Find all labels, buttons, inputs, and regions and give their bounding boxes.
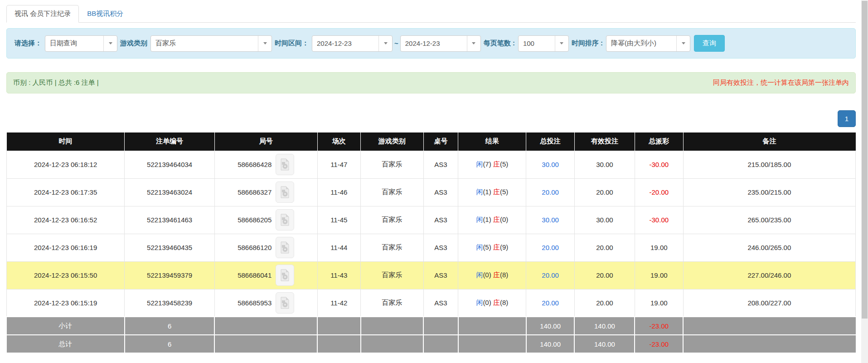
cell-remark: 208.00/227.00 — [683, 289, 855, 317]
scrollbar-thumb[interactable] — [862, 1, 868, 319]
footer-empty — [361, 317, 424, 335]
cell-bet-id: 522139460435 — [125, 234, 215, 261]
cell-result: 闲(0) 庄(8) — [458, 261, 526, 289]
vertical-scrollbar[interactable] — [861, 0, 868, 363]
tab-video-bet-records[interactable]: 视讯 会员下注纪录 — [6, 5, 79, 23]
game-category-select[interactable]: 百家乐 — [150, 35, 272, 52]
video-replay-button[interactable] — [276, 292, 294, 314]
cell-table-no: AS3 — [423, 178, 458, 206]
cell-game: 百家乐 — [361, 234, 424, 261]
cell-payout: 19.00 — [635, 289, 683, 317]
query-type-select[interactable]: 日期查询 — [45, 35, 117, 52]
game-category-value: 百家乐 — [151, 39, 180, 48]
caret-down-icon — [378, 36, 392, 51]
cell-valid-bet: 20.00 — [574, 234, 635, 261]
round-number: 586686120 — [238, 244, 272, 251]
currency-total-text: 币别 : 人民币 | 总共 :6 注单 | — [13, 78, 99, 87]
cell-game: 百家乐 — [361, 261, 424, 289]
cell-payout: 19.00 — [635, 261, 683, 289]
cell-remark: 246.00/265.00 — [683, 234, 855, 261]
column-header: 游戏类别 — [361, 132, 424, 151]
date-from-select[interactable]: 2024-12-23 — [312, 35, 393, 52]
sort-order-select[interactable]: 降幂(由大到小) — [606, 35, 690, 52]
video-replay-button[interactable] — [276, 182, 294, 203]
date-to-select[interactable]: 2024-12-23 — [400, 35, 481, 52]
cell-bet-id: 522139459379 — [125, 261, 215, 289]
date-from-value: 2024-12-23 — [312, 39, 356, 47]
footer-payout: -23.00 — [635, 317, 683, 335]
search-button[interactable]: 查询 — [694, 35, 725, 52]
cell-valid-bet: 20.00 — [574, 178, 635, 206]
tab-bb-video-points[interactable]: BB视讯积分 — [79, 5, 131, 23]
total-bet-value[interactable]: 20.00 — [542, 271, 559, 279]
film-file-icon — [280, 158, 290, 171]
total-bet-value[interactable]: 20.00 — [542, 244, 559, 251]
total-bet-value[interactable]: 20.00 — [542, 188, 559, 196]
cell-bet-id: 522139463024 — [125, 178, 215, 206]
subtotal-row: 小计6140.00140.00-23.00 — [7, 317, 856, 335]
cell-time: 2024-12-23 06:16:19 — [7, 234, 125, 261]
filter-bar: 请选择： 日期查询 游戏类别 百家乐 时间区间： 2024-12-23 ~ 20… — [6, 28, 856, 59]
result-banker: 庄 — [493, 160, 500, 168]
cell-payout: -30.00 — [635, 206, 683, 234]
total-bet-value[interactable]: 30.00 — [542, 161, 559, 168]
cell-time: 2024-12-23 06:15:19 — [7, 289, 125, 317]
main-content: 视讯 会员下注纪录 BB视讯积分 请选择： 日期查询 游戏类别 百家乐 时间区间… — [0, 0, 868, 353]
table-row: 2024-12-23 06:16:19522139460435586686120… — [7, 234, 856, 261]
page-size-select[interactable]: 100 — [518, 35, 569, 52]
query-type-value: 日期查询 — [45, 39, 82, 48]
video-replay-button[interactable] — [276, 154, 294, 175]
page-1-button[interactable]: 1 — [838, 110, 856, 127]
column-header: 桌号 — [423, 132, 458, 151]
result-banker: 庄 — [493, 243, 500, 251]
cell-game: 百家乐 — [361, 206, 424, 234]
cell-bet-id: 522139458239 — [125, 289, 215, 317]
sort-order-label: 时间排序 : — [572, 39, 603, 48]
cell-payout: -30.00 — [635, 151, 683, 178]
table-row: 2024-12-23 06:16:52522139461463586686205… — [7, 206, 856, 234]
total-bet-value[interactable]: 30.00 — [542, 216, 559, 224]
cell-time: 2024-12-23 06:15:50 — [7, 261, 125, 289]
result-player: 闲 — [476, 271, 483, 279]
result-banker: 庄 — [493, 271, 500, 279]
caret-down-icon — [103, 36, 117, 51]
query-type-label: 请选择： — [15, 39, 42, 48]
footer-label: 小计 — [7, 317, 125, 335]
caret-down-icon — [676, 36, 690, 51]
result-player: 闲 — [476, 216, 483, 223]
cell-valid-bet: 30.00 — [574, 151, 635, 178]
sort-order-value: 降幂(由大到小) — [606, 39, 661, 48]
cell-round: 586686120 — [214, 234, 317, 261]
cell-session: 11-42 — [317, 289, 361, 317]
cell-session: 11-47 — [317, 151, 361, 178]
cell-session: 11-46 — [317, 178, 361, 206]
footer-empty — [361, 335, 424, 353]
cell-time: 2024-12-23 06:17:35 — [7, 178, 125, 206]
film-file-icon — [280, 297, 290, 309]
column-header: 总投注 — [526, 132, 575, 151]
caret-down-icon — [467, 36, 480, 51]
total-bet-value[interactable]: 20.00 — [542, 299, 559, 307]
cell-round: 586686428 — [214, 151, 317, 178]
footer-label: 总计 — [7, 335, 125, 353]
video-replay-button[interactable] — [276, 209, 294, 231]
page-size-label: 每页笔数 : — [484, 39, 515, 48]
video-replay-button[interactable] — [276, 265, 294, 286]
cell-remark: 265.00/235.00 — [683, 206, 855, 234]
cell-valid-bet: 30.00 — [574, 206, 635, 234]
footer-empty — [214, 317, 317, 335]
footer-valid-bet: 140.00 — [574, 335, 635, 353]
cell-remark: 215.00/185.00 — [683, 151, 855, 178]
cell-round: 586686041 — [214, 261, 317, 289]
result-player: 闲 — [476, 243, 483, 251]
footer-empty — [683, 317, 855, 335]
caret-down-icon — [555, 36, 568, 51]
footer-empty — [423, 335, 458, 353]
film-file-icon — [280, 241, 290, 254]
cell-table-no: AS3 — [423, 289, 458, 317]
footer-payout: -23.00 — [635, 335, 683, 353]
cell-payout: -20.00 — [635, 178, 683, 206]
cell-round: 586686327 — [214, 178, 317, 206]
footer-total-bet: 140.00 — [526, 317, 575, 335]
video-replay-button[interactable] — [276, 237, 294, 258]
